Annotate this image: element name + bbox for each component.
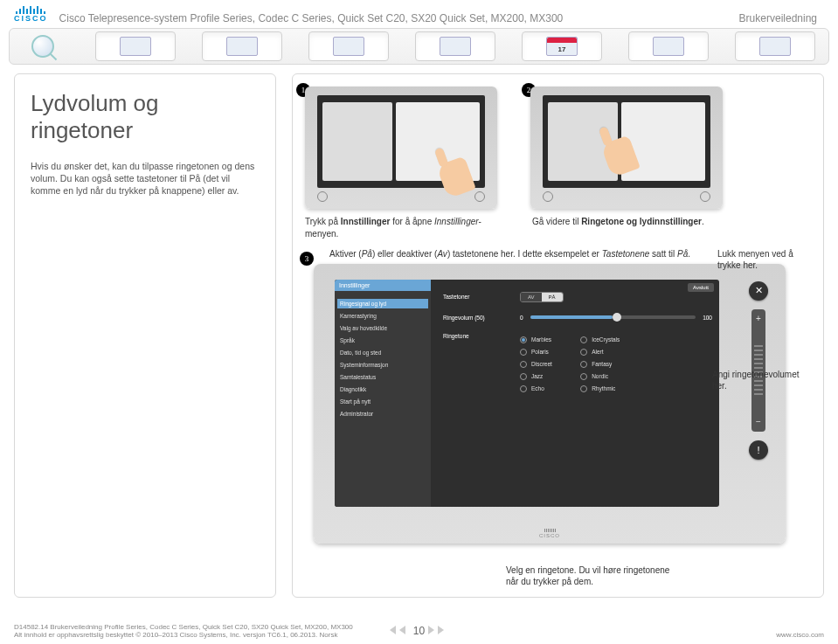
ringtone-option[interactable]: Fantasy [580,361,620,368]
ringtone-option[interactable]: Polaris [520,349,559,356]
ringtone-option[interactable]: Rhythmic [580,385,620,392]
chevron-left-icon[interactable] [398,626,405,634]
keytones-label: Tastetoner [443,294,513,300]
monitor-icon [120,37,151,56]
sidebar-item[interactable]: Systeminformasjon [340,362,426,368]
page-header: CISCO Cisco Telepresence-system Profile … [0,0,838,24]
radio-icon [580,385,587,392]
info-icon [700,191,710,202]
radio-icon [580,349,587,356]
radio-icon [580,373,587,380]
nav-slot-6[interactable] [628,31,709,61]
toggle-off[interactable]: AV [521,293,542,301]
touchpanel-step3: Innstillinger Ringesignal og lyd Kameras… [314,264,786,544]
footer-url[interactable]: www.cisco.com [776,631,824,639]
ringtone-label: Ringetone [443,333,513,339]
cisco-word: CISCO [14,14,48,23]
annotation-set-volume: Angi ringetonevolumet her. [712,369,808,391]
panel-brand-foot: CISCO [539,529,560,538]
monitor-icon [653,37,684,56]
nav-slot-calendar[interactable]: 17 [522,31,602,61]
ringtone-row: Ringetone Marbles IceCrystals Polaris Al… [443,333,712,392]
sidebar-item[interactable]: Start på nytt [340,398,426,405]
step2-column: 2 [530,87,723,209]
page-arrows [389,626,405,634]
radio-icon [520,361,527,368]
settings-main: Avslutt Tastetoner AV PÅ Ringevolum (50)… [431,280,719,507]
footer-line2: Alt innhold er opphavsrettslig beskyttet… [14,631,353,639]
monitor-icon [333,37,364,56]
volume-thumb[interactable] [613,313,621,322]
ringtone-option[interactable]: Discreet [520,361,559,368]
annotation-pick-ringtone: Velg en ringetone. Du vil høre ringetone… [506,564,681,587]
captions-row: Trykk på Innstillinger for å åpne Innsti… [305,216,811,239]
caption-step2: Gå videre til Ringetone og lydinnstillin… [532,216,724,239]
ringtone-option[interactable]: Jazz [520,373,559,380]
alert-button[interactable]: ! [749,440,768,460]
radio-icon [580,361,587,368]
sidebar-item[interactable]: Valg av hovedkilde [340,325,426,331]
settings-sidebar: Innstillinger Ringesignal og lyd Kameras… [335,280,431,507]
touchpanel-step2 [530,87,723,209]
caption-step3: Aktiver (På) eller deaktiver (Av) tastet… [329,248,696,260]
close-button[interactable]: Avslutt [688,283,714,292]
keytones-toggle[interactable]: AV PÅ [520,292,564,302]
calendar-day: 17 [558,45,566,53]
toggle-on[interactable]: PÅ [542,293,563,301]
page-arrows [428,626,444,634]
monitor-icon [759,37,791,56]
sidebar-item[interactable]: Dato, tid og sted [340,350,426,356]
nav-slot-4[interactable] [415,31,495,61]
page-title: Lydvolum og ringetoner [31,90,260,144]
volume-row: Ringevolum (50) 0 100 [443,315,712,321]
touchpanel-step1 [305,87,497,209]
radio-icon [520,336,527,343]
sidebar-item[interactable]: Administrator [340,411,426,417]
mute-button[interactable]: ✕ [749,281,768,301]
sidebar-item[interactable]: Samtalestatus [340,374,426,380]
caption-step1: Trykk på Innstillinger for å åpne Innsti… [305,216,497,239]
radio-icon [520,385,527,392]
sidebar-item[interactable]: Diagnotikk [340,386,426,392]
volume-slider[interactable] [530,315,696,319]
page-footer: D14582.14 Brukerveiledning Profile Serie… [14,623,824,639]
info-icon [543,191,553,202]
ringtone-grid: Marbles IceCrystals Polaris Alert Discre… [520,336,620,392]
mic-mute-icon: ✕ [755,285,763,296]
alert-icon: ! [757,445,759,455]
monitor-icon [440,37,471,56]
footer-copyright: D14582.14 Brukerveiledning Profile Serie… [14,623,353,639]
keytones-row: Tastetoner AV PÅ [443,292,712,302]
ringtone-option[interactable]: Marbles [520,336,559,343]
chapter-nav-strip: 17 [9,28,829,65]
chevron-right-icon[interactable] [428,626,434,634]
sidebar-item-active[interactable]: Ringesignal og lyd [337,299,428,308]
sidebar-item[interactable]: Språk [340,337,426,343]
nav-slot-7[interactable] [735,31,815,61]
search-icon [31,35,54,58]
nav-slot-2[interactable] [202,31,282,61]
chevron-left-icon[interactable] [389,626,395,634]
ringtone-option[interactable]: Alert [580,349,620,356]
footer-line1: D14582.14 Brukerveiledning Profile Serie… [14,623,353,631]
step1-column: 1 [305,87,497,209]
ringtone-option[interactable]: IceCrystals [580,336,620,343]
sidebar-item[interactable]: Kamerastyring [340,313,426,319]
monitor-icon [226,37,258,56]
volume-min: 0 [520,315,523,321]
step-badge-3: 3 [300,252,314,266]
ringtone-option[interactable]: Nordic [580,373,620,380]
search-slot[interactable] [17,31,69,61]
chevron-right-icon[interactable] [438,626,444,634]
settings-screen: Innstillinger Ringesignal og lyd Kameras… [335,280,719,507]
steps-panel: 1 2 [292,73,824,598]
radio-icon [520,349,527,356]
info-icon [317,191,328,202]
volume-max: 100 [703,315,712,321]
ringtone-option[interactable]: Echo [520,385,559,392]
settings-header: Innstillinger [335,280,431,291]
minus-icon: − [756,418,761,426]
annotation-close-menu: Lukk menyen ved å trykke her. [717,248,796,271]
nav-slot-1[interactable] [95,31,176,61]
nav-slot-3[interactable] [308,31,389,61]
